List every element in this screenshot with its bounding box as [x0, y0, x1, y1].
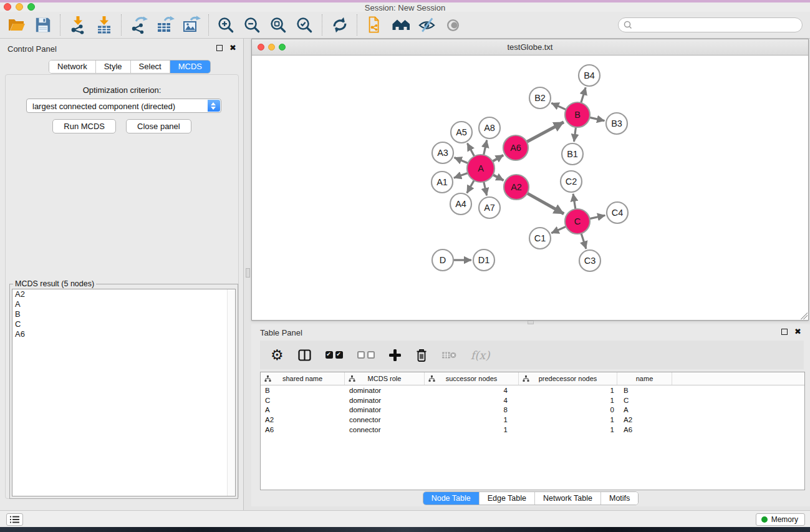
graph-edge-B-B2[interactable]: [551, 103, 567, 110]
float-panel-icon[interactable]: [216, 45, 223, 51]
refresh-layout-icon[interactable]: [329, 15, 350, 36]
tab-motifs[interactable]: Motifs: [601, 492, 638, 505]
delete-column-trash-icon[interactable]: [415, 348, 428, 362]
network-graph-canvas[interactable]: AA6A2BCA5A8A3A1A4A7B2B4B3B1C2C4C1C3DD1: [252, 56, 808, 320]
criterion-select[interactable]: largest connected component (directed): [26, 99, 221, 113]
run-mcds-button[interactable]: Run MCDS: [52, 119, 116, 133]
column-header-mcds-role[interactable]: MCDS role: [345, 372, 425, 385]
graph-edge-A2-C[interactable]: [526, 193, 564, 214]
graph-edge-A-A1[interactable]: [454, 173, 469, 178]
zoom-fit-icon[interactable]: [268, 15, 289, 36]
show-columns-icon[interactable]: [298, 349, 311, 361]
show-all-icon[interactable]: [443, 15, 463, 36]
add-column-icon[interactable]: [389, 349, 401, 361]
graph-edge-A-A8[interactable]: [483, 140, 487, 157]
home-icon[interactable]: [390, 15, 411, 36]
graph-edge-C-C2[interactable]: [573, 194, 576, 210]
zoom-in-icon[interactable]: [216, 15, 236, 36]
graph-edge-B-B3[interactable]: [589, 117, 605, 121]
tab-style[interactable]: Style: [96, 60, 131, 73]
graph-edge-B-B1[interactable]: [574, 126, 576, 142]
result-scrollbar[interactable]: [227, 289, 235, 496]
zoom-selected-icon[interactable]: [294, 15, 315, 36]
graph-node-C3[interactable]: C3: [579, 250, 600, 271]
tab-network[interactable]: Network: [49, 60, 96, 73]
export-image-icon[interactable]: [181, 15, 201, 36]
float-panel-icon[interactable]: [781, 329, 788, 335]
search-input[interactable]: [618, 17, 803, 32]
deselect-all-icon[interactable]: [357, 351, 375, 359]
tab-edge-table[interactable]: Edge Table: [480, 492, 535, 505]
import-network-icon[interactable]: [67, 15, 88, 36]
export-table-icon[interactable]: [155, 15, 175, 36]
graph-node-C2[interactable]: C2: [561, 171, 582, 192]
tab-mcds[interactable]: MCDS: [170, 60, 210, 73]
graph-node-B[interactable]: B: [565, 102, 590, 127]
graph-edge-B-B4[interactable]: [581, 87, 586, 104]
split-pane-handle[interactable]: [246, 268, 250, 278]
graph-node-A8[interactable]: A8: [479, 117, 500, 138]
table-row[interactable]: A2connector11A2: [261, 415, 804, 425]
column-header-shared-name[interactable]: shared name: [261, 372, 345, 385]
save-session-icon[interactable]: [32, 15, 53, 36]
table-row[interactable]: A6connector11A6: [261, 425, 804, 435]
column-header-successor-nodes[interactable]: successor nodes: [425, 372, 519, 385]
mcds-result-item[interactable]: C: [12, 319, 235, 329]
graph-node-B3[interactable]: B3: [606, 113, 627, 134]
close-panel-icon[interactable]: ✖: [794, 329, 801, 335]
graph-edge-A-A2[interactable]: [492, 174, 504, 180]
graph-node-A2[interactable]: A2: [504, 175, 529, 200]
graph-node-A4[interactable]: A4: [450, 193, 471, 215]
column-header-name[interactable]: name: [617, 372, 672, 385]
graph-edge-C-C1[interactable]: [551, 226, 567, 233]
table-settings-gear-icon[interactable]: ⚙: [271, 348, 284, 362]
open-session-icon[interactable]: [6, 15, 27, 36]
import-table-icon[interactable]: [94, 15, 114, 36]
tab-select[interactable]: Select: [131, 60, 170, 73]
graph-node-C4[interactable]: C4: [607, 202, 628, 223]
tab-node-table[interactable]: Node Table: [423, 492, 480, 505]
export-network-icon[interactable]: [128, 15, 149, 36]
resize-grip-icon[interactable]: [799, 311, 808, 319]
column-header-predecessor-nodes[interactable]: predecessor nodes: [519, 372, 617, 385]
task-history-button[interactable]: [6, 513, 23, 526]
close-panel-button[interactable]: Close panel: [126, 119, 191, 133]
graph-node-D[interactable]: D: [432, 249, 453, 271]
mcds-result-item[interactable]: A: [12, 299, 235, 309]
table-row[interactable]: Cdominator41C: [261, 395, 804, 405]
graph-node-D1[interactable]: D1: [473, 249, 494, 271]
mcds-result-list[interactable]: A2ABCA6: [12, 289, 236, 496]
new-network-from-selection-icon[interactable]: [364, 15, 385, 36]
hide-selected-icon[interactable]: [417, 15, 437, 36]
graph-node-A5[interactable]: A5: [451, 122, 472, 143]
mcds-result-item[interactable]: A6: [12, 329, 235, 339]
graph-edge-C-C3[interactable]: [581, 232, 586, 249]
graph-node-B1[interactable]: B1: [562, 143, 583, 165]
network-window-titlebar[interactable]: testGlobe.txt: [252, 39, 808, 56]
graph-node-A6[interactable]: A6: [503, 135, 528, 160]
memory-button[interactable]: Memory: [756, 513, 805, 526]
graph-edge-A-A3[interactable]: [455, 158, 470, 164]
graph-node-A1[interactable]: A1: [432, 172, 453, 193]
graph-node-A7[interactable]: A7: [479, 197, 500, 218]
graph-edge-A-A4[interactable]: [467, 179, 475, 193]
graph-node-C[interactable]: C: [565, 209, 590, 234]
graph-edge-A-A5[interactable]: [467, 143, 475, 158]
graph-node-A[interactable]: A: [467, 155, 494, 182]
graph-edge-A-A6[interactable]: [491, 155, 503, 162]
zoom-out-icon[interactable]: [242, 15, 263, 36]
graph-node-B4[interactable]: B4: [579, 65, 600, 86]
table-row[interactable]: Adominator80A: [261, 405, 804, 415]
graph-edge-A-A7[interactable]: [483, 181, 486, 196]
close-panel-icon[interactable]: ✖: [229, 45, 236, 51]
graph-node-B2[interactable]: B2: [529, 87, 551, 109]
table-row[interactable]: Bdominator41B: [261, 385, 804, 395]
mcds-result-item[interactable]: A2: [12, 289, 235, 299]
graph-node-A3[interactable]: A3: [432, 142, 453, 163]
select-all-icon[interactable]: [325, 351, 343, 359]
graph-edge-A6-B[interactable]: [526, 122, 564, 143]
graph-node-C1[interactable]: C1: [529, 228, 551, 249]
mcds-result-item[interactable]: B: [12, 309, 235, 319]
tab-network-table[interactable]: Network Table: [535, 492, 601, 505]
graph-edge-C-C4[interactable]: [589, 215, 605, 219]
